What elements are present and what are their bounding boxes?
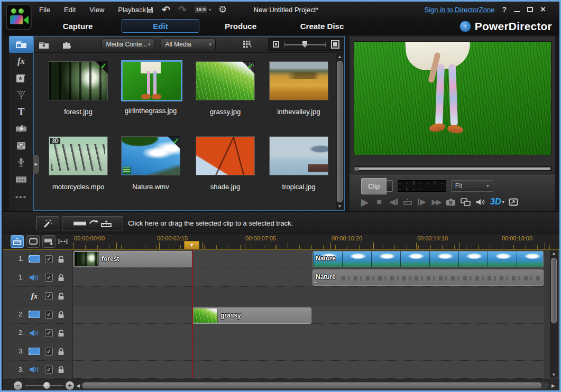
content-filter-dropdown[interactable]: Media Conte... ▾ (102, 39, 154, 50)
scroll-left-icon[interactable]: ◀ (76, 383, 80, 388)
dual-preview-icon[interactable] (461, 198, 471, 206)
media-item-forest[interactable]: ✓ forest.jpg (49, 61, 108, 116)
scroll-up-icon[interactable]: ▲ (550, 250, 558, 257)
track-row-audio-2[interactable] (73, 324, 544, 342)
volume-icon[interactable] (475, 198, 485, 206)
plugin-puzzle-icon[interactable] (60, 38, 73, 51)
scrollbar-thumb[interactable] (551, 258, 557, 323)
add-track-button[interactable] (42, 235, 56, 248)
clip-nature-audio[interactable]: Nature (312, 269, 544, 286)
track-header-video-2[interactable]: 2. ✓ (9, 305, 72, 324)
panel-collapse-handle[interactable]: ▶ (33, 155, 39, 174)
track-row-fx[interactable] (73, 287, 544, 305)
large-thumbnail-icon[interactable] (331, 40, 339, 49)
undock-preview-icon[interactable] (509, 198, 518, 206)
media-item-motorcycles[interactable]: 3D motorcycles.mpo (49, 136, 108, 191)
small-thumbnail-icon[interactable] (273, 41, 279, 48)
help-button[interactable]: ? (502, 5, 507, 14)
next-frame-button[interactable]: ▶ (417, 197, 427, 207)
tab-edit[interactable]: Edit (122, 19, 199, 33)
track-header-video-1[interactable]: 1. ✓ (9, 250, 72, 268)
thumbnail-nature[interactable]: ✓ (121, 136, 180, 175)
storyboard-view-button[interactable] (26, 235, 40, 248)
zoom-out-button[interactable]: − (14, 381, 22, 390)
thumbnail-shade[interactable] (196, 136, 255, 175)
thumbnail-size-slider[interactable] (284, 44, 326, 45)
menu-playback[interactable]: Playback (118, 6, 146, 14)
menu-edit[interactable]: Edit (64, 6, 76, 14)
zoom-in-button[interactable]: + (66, 381, 74, 390)
media-item-inthevalley[interactable]: inthevalley.jpg (269, 61, 328, 116)
menu-file[interactable]: File (39, 6, 50, 14)
fast-forward-button[interactable]: ▶▶ (431, 198, 441, 206)
track-header-fx[interactable]: fx ✓ (9, 287, 72, 305)
thumbnail-forest[interactable]: ✓ (49, 61, 108, 100)
sort-view-icon[interactable] (241, 38, 254, 51)
zoom-slider-thumb[interactable] (43, 382, 50, 389)
unlock-icon[interactable] (58, 348, 65, 356)
seek-ruler-icon[interactable] (403, 198, 412, 206)
scroll-down-icon[interactable]: ▼ (550, 371, 558, 378)
timecode-display[interactable]: - - : - - : - - : - - (398, 180, 446, 192)
drag-hint-text[interactable]: Click here or drag the selected clip to … (128, 212, 293, 234)
maximize-button[interactable] (527, 7, 533, 12)
tab-produce[interactable]: Produce (216, 17, 265, 35)
fit-timeline-button[interactable] (57, 235, 69, 248)
media-item-nature[interactable]: ✓ Nature.wmv (121, 136, 180, 191)
timeline-ruler[interactable]: 00:00:00:00 00:00:03:15 00:00:07:05 00:0… (3, 234, 559, 250)
chapter-room-icon[interactable]: 1 2 3 (9, 171, 33, 188)
undo-icon[interactable]: ↶ (161, 4, 171, 15)
insert-to-timeline-button[interactable] (62, 216, 123, 230)
seek-thumb[interactable] (354, 167, 359, 171)
media-item-shade[interactable]: shade.jpg (196, 136, 255, 191)
media-item-girlinthegrass[interactable]: girlinthegrass.jpg (121, 60, 180, 115)
save-icon[interactable] (145, 4, 154, 15)
stop-button[interactable]: ■ (374, 197, 384, 207)
track-row-video-3[interactable] (73, 342, 544, 361)
track-enable-checkbox[interactable]: ✓ (45, 255, 53, 263)
menu-view[interactable]: View (89, 6, 104, 14)
scrollbar-thumb[interactable] (337, 61, 343, 202)
preview-seek-slider[interactable] (354, 166, 551, 171)
keyframe-dot[interactable] (314, 281, 317, 284)
track-enable-checkbox[interactable]: ✓ (45, 311, 53, 319)
thumbnail-inthevalley[interactable] (269, 61, 328, 100)
track-row-audio-3[interactable] (73, 361, 544, 379)
unlock-icon[interactable] (58, 329, 65, 337)
magic-tools-button[interactable] (36, 216, 59, 230)
scroll-down-icon[interactable]: ▼ (336, 203, 344, 210)
snapshot-camera-icon[interactable] (446, 198, 456, 206)
timeline-scrollbar-vertical[interactable]: ▲ ▼ (550, 250, 558, 378)
media-item-grassy[interactable]: ✓ grassy.jpg (196, 61, 255, 116)
thumbnail-tropical[interactable] (269, 136, 328, 175)
library-scrollbar[interactable]: ▲ ▼ (336, 53, 344, 210)
scroll-up-icon[interactable]: ▲ (336, 53, 344, 60)
zoom-fit-dropdown[interactable]: Fit ▾ (451, 180, 493, 192)
track-enable-checkbox[interactable]: ✓ (45, 292, 53, 300)
preferences-gear-icon[interactable]: ⚙ (218, 4, 227, 15)
track-header-audio-3[interactable]: 3. ✓ (9, 361, 72, 379)
effect-room-icon[interactable]: fx (9, 53, 33, 70)
unlock-icon[interactable] (58, 255, 65, 263)
audio-mixing-room-icon[interactable] (9, 137, 33, 154)
voiceover-room-icon[interactable] (9, 154, 33, 171)
play-button[interactable]: ▶ (360, 196, 370, 208)
tab-capture[interactable]: Capture (54, 17, 102, 35)
previous-frame-button[interactable]: ◀ (389, 197, 398, 207)
title-room-icon[interactable]: T (9, 104, 33, 120)
track-enable-checkbox[interactable]: ✓ (45, 274, 53, 282)
upgrade-icon[interactable]: ↑ (459, 21, 471, 32)
track-enable-checkbox[interactable]: ✓ (45, 348, 53, 356)
subtitle-room-icon[interactable]: --- (9, 188, 33, 205)
import-media-icon[interactable] (37, 38, 50, 51)
timeline-scrollbar-horizontal[interactable] (81, 382, 549, 389)
slider-thumb[interactable] (302, 41, 307, 48)
pip-objects-room-icon[interactable] (9, 70, 33, 87)
clip-mode-button[interactable]: Clip (361, 178, 387, 194)
transition-room-icon[interactable] (9, 120, 33, 137)
track-enable-checkbox[interactable]: ✓ (45, 366, 53, 374)
tab-create-disc[interactable]: Create Disc (296, 17, 348, 35)
scroll-right-icon[interactable]: ▶ (551, 383, 555, 388)
media-room-icon[interactable] (9, 36, 33, 53)
thumbnail-motorcycles[interactable]: 3D (49, 136, 108, 175)
